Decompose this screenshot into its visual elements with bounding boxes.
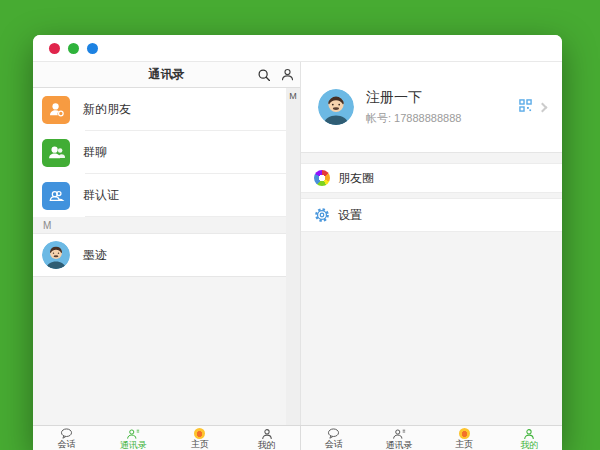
menu-item-settings[interactable]: 设置 [301,198,562,232]
tab-label: 会话 [57,440,75,449]
contacts-header: 通讯录 [33,62,300,88]
list-item-contact-moji[interactable]: 墨迹 [33,234,286,277]
tab-label: 主页 [191,440,209,449]
group-chat-icon [42,139,70,167]
maximize-button[interactable] [87,43,98,54]
tab-right-chats[interactable]: 会话 [301,426,366,450]
list-item-new-friends[interactable]: 新的朋友 [33,88,286,131]
tab-left-me[interactable]: 我的 [233,426,300,450]
chat-bubble-icon [60,428,73,439]
settings-gear-icon [314,207,330,223]
contacts-book-icon [126,428,140,440]
tabbar-left-panel: 会话 通讯录 主页 我的 [33,426,300,450]
window-titlebar [33,35,562,62]
contacts-title: 通讯录 [149,66,185,83]
tabbar-right-panel: 会话 通讯录 主页 我的 [300,426,562,450]
moments-icon [314,170,330,186]
menu-item-moments[interactable]: 朋友圈 [301,163,562,193]
profile-card[interactable]: 注册一下 帐号: 17888888888 [301,62,562,153]
close-button[interactable] [49,43,60,54]
chat-bubble-icon [327,428,340,439]
menu-item-label: 设置 [338,207,362,224]
contacts-header-actions [257,62,295,87]
person-icon [523,428,535,440]
tab-label: 通讯录 [385,441,412,450]
tab-label: 我的 [258,441,276,450]
group-verify-icon [42,182,70,210]
contacts-book-icon [392,428,406,440]
tab-left-contacts[interactable]: 通讯录 [100,426,167,450]
section-header-m: M [33,217,286,234]
search-icon[interactable] [257,68,271,82]
tab-right-contacts[interactable]: 通讯录 [366,426,431,450]
contact-avatar [42,241,70,269]
index-letter[interactable]: M [289,91,297,101]
qr-code-icon[interactable] [519,98,532,116]
tab-right-me[interactable]: 我的 [497,426,562,450]
list-item-label: 群认证 [83,187,119,204]
alphabet-index-bar[interactable]: M [286,88,300,425]
list-item-label: 群聊 [83,144,107,161]
desktop-background: 通讯录 [0,0,600,450]
contacts-panel: 通讯录 [33,62,300,425]
new-friends-icon [42,96,70,124]
chevron-right-icon [538,102,548,112]
tab-label: 通讯录 [120,441,147,450]
home-sun-icon [459,428,470,439]
me-panel: 注册一下 帐号: 17888888888 朋友圈 [300,62,562,425]
tab-label: 我的 [520,441,538,450]
home-sun-icon [194,428,205,439]
tab-label: 主页 [455,440,473,449]
app-window: 通讯录 [33,35,562,450]
person-icon [261,428,273,440]
contacts-list-wrap: 新的朋友 群聊 群认证 [33,88,300,425]
profile-avatar [318,89,354,125]
menu-item-label: 朋友圈 [338,170,374,187]
minimize-button[interactable] [68,43,79,54]
tab-label: 会话 [325,440,343,449]
add-contact-icon[interactable] [280,67,295,82]
list-item-group-chat[interactable]: 群聊 [33,131,286,174]
contacts-list: 新的朋友 群聊 群认证 [33,88,286,425]
window-content: 通讯录 [33,62,562,425]
profile-card-actions [519,98,546,116]
list-item-group-verify[interactable]: 群认证 [33,174,286,217]
profile-account: 帐号: 17888888888 [366,111,507,126]
tab-left-chats[interactable]: 会话 [33,426,100,450]
profile-text: 注册一下 帐号: 17888888888 [366,89,507,126]
tab-right-home[interactable]: 主页 [432,426,497,450]
list-item-label: 新的朋友 [83,101,131,118]
bottom-tabbar: 会话 通讯录 主页 我的 [33,425,562,450]
tab-left-home[interactable]: 主页 [167,426,234,450]
profile-name: 注册一下 [366,89,507,107]
contact-name: 墨迹 [83,247,107,264]
